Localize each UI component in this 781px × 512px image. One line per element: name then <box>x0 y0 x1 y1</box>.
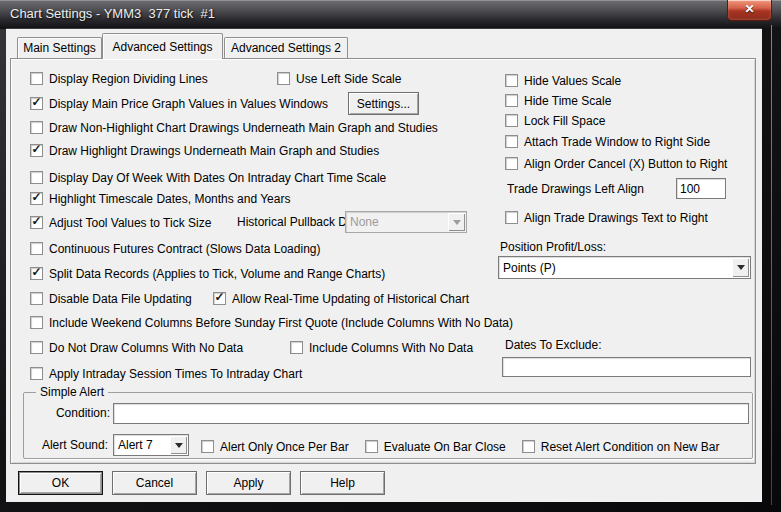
close-icon: ✕ <box>744 2 754 16</box>
checkbox-highlight-timescale-dates[interactable]: ✓ Highlight Timescale Dates, Months and … <box>30 191 290 206</box>
checkbox-align-order-cancel-button[interactable]: ✓ Align Order Cancel (X) Button to Right <box>505 156 727 171</box>
checkbox-disable-data-file-updating[interactable]: ✓ Disable Data File Updating <box>30 291 192 306</box>
checkbox-box: ✓ <box>30 216 43 229</box>
select-value: Points (P) <box>503 261 556 275</box>
checkbox-box: ✓ <box>505 211 518 224</box>
checkbox-alert-only-once-per-bar[interactable]: ✓ Alert Only Once Per Bar <box>201 439 349 454</box>
checkbox-display-region-dividing-lines[interactable]: ✓ Display Region Dividing Lines <box>30 71 208 86</box>
checkbox-label: Adjust Tool Values to Tick Size <box>49 216 211 230</box>
checkbox-label: Attach Trade Window to Right Side <box>524 135 710 149</box>
checkbox-box: ✓ <box>30 121 43 134</box>
dates-to-exclude-input[interactable] <box>502 357 751 377</box>
checkbox-box: ✓ <box>30 97 43 110</box>
settings-button[interactable]: Settings... <box>348 92 419 115</box>
checkbox-allow-realtime-updating[interactable]: ✓ Allow Real-Time Updating of Historical… <box>213 291 469 306</box>
checkbox-draw-non-highlight-drawings[interactable]: ✓ Draw Non-Highlight Chart Drawings Unde… <box>30 120 438 135</box>
historical-pullback-select: None <box>345 211 467 233</box>
checkbox-label: Display Region Dividing Lines <box>49 72 208 86</box>
checkbox-use-left-side-scale[interactable]: ✓ Use Left Side Scale <box>277 71 401 86</box>
checkbox-label: Reset Alert Condition on New Bar <box>541 440 720 454</box>
chevron-down-icon <box>170 436 187 454</box>
checkbox-label: Include Weekend Columns Before Sunday Fi… <box>49 316 513 330</box>
trade-drawings-left-align-input[interactable] <box>676 178 726 199</box>
checkbox-box: ✓ <box>30 267 43 280</box>
checkbox-include-columns-no-data[interactable]: ✓ Include Columns With No Data <box>290 340 473 355</box>
checkbox-hide-values-scale[interactable]: ✓ Hide Values Scale <box>505 73 621 88</box>
checkbox-display-main-price-graph-values[interactable]: ✓ Display Main Price Graph Values in Val… <box>30 96 328 111</box>
apply-button[interactable]: Apply <box>206 471 291 495</box>
checkbox-label: Highlight Timescale Dates, Months and Ye… <box>49 192 290 206</box>
checkbox-include-weekend-columns[interactable]: ✓ Include Weekend Columns Before Sunday … <box>30 315 513 330</box>
checkbox-label: Evaluate On Bar Close <box>384 440 506 454</box>
condition-input[interactable] <box>113 403 749 424</box>
checkbox-box: ✓ <box>30 192 43 205</box>
checkbox-display-day-of-week[interactable]: ✓ Display Day Of Week With Dates On Intr… <box>30 170 386 185</box>
checkbox-split-data-records[interactable]: ✓ Split Data Records (Applies to Tick, V… <box>30 266 385 281</box>
checkbox-label: Draw Non-Highlight Chart Drawings Undern… <box>49 121 438 135</box>
ok-button[interactable]: OK <box>18 471 103 495</box>
checkbox-align-trade-drawings-text[interactable]: ✓ Align Trade Drawings Text to Right <box>505 210 708 225</box>
tab-advanced-settings[interactable]: Advanced Settings <box>102 33 223 59</box>
checkbox-box: ✓ <box>30 316 43 329</box>
checkbox-label: Lock Fill Space <box>524 114 605 128</box>
checkbox-box: ✓ <box>290 341 303 354</box>
tab-advanced-settings-2[interactable]: Advanced Settings 2 <box>224 37 348 58</box>
checkbox-box: ✓ <box>505 114 518 127</box>
checkbox-box: ✓ <box>30 171 43 184</box>
checkbox-box: ✓ <box>30 72 43 85</box>
check-icon: ✓ <box>30 142 43 156</box>
checkbox-attach-trade-window[interactable]: ✓ Attach Trade Window to Right Side <box>505 134 710 149</box>
checkbox-box: ✓ <box>30 144 43 157</box>
select-value: None <box>350 215 379 229</box>
checkbox-do-not-draw-columns[interactable]: ✓ Do Not Draw Columns With No Data <box>30 340 243 355</box>
dialog-client-area: Main Settings Advanced Settings Advanced… <box>6 29 762 502</box>
trade-drawings-left-align-label: Trade Drawings Left Align <box>507 182 644 197</box>
position-profit-loss-select[interactable]: Points (P) <box>498 256 751 279</box>
checkbox-box: ✓ <box>30 242 43 255</box>
checkbox-label: Hide Values Scale <box>524 74 621 88</box>
dates-to-exclude-label: Dates To Exclude: <box>505 338 602 353</box>
checkbox-box: ✓ <box>213 292 226 305</box>
checkbox-label: Continuous Futures Contract (Slows Data … <box>49 242 320 256</box>
alert-sound-select[interactable]: Alert 7 <box>113 434 189 456</box>
checkbox-label: Disable Data File Updating <box>49 292 192 306</box>
cancel-button[interactable]: Cancel <box>112 471 197 495</box>
checkbox-box: ✓ <box>505 157 518 170</box>
checkbox-continuous-futures-contract[interactable]: ✓ Continuous Futures Contract (Slows Dat… <box>30 241 320 256</box>
simple-alert-group: Simple Alert Condition: Alert Sound: Ale… <box>23 392 753 459</box>
checkbox-box: ✓ <box>505 94 518 107</box>
checkbox-label: Display Main Price Graph Values in Value… <box>49 97 328 111</box>
checkbox-apply-intraday-session-times[interactable]: ✓ Apply Intraday Session Times To Intrad… <box>30 366 302 381</box>
checkbox-box: ✓ <box>30 292 43 305</box>
chevron-down-icon <box>732 258 749 277</box>
tab-main-settings[interactable]: Main Settings <box>17 37 102 58</box>
checkbox-label: Apply Intraday Session Times To Intraday… <box>49 367 302 381</box>
checkbox-box: ✓ <box>522 440 535 453</box>
checkbox-label: Include Columns With No Data <box>309 341 473 355</box>
alert-sound-label: Alert Sound: <box>32 438 108 453</box>
checkbox-reset-alert-condition[interactable]: ✓ Reset Alert Condition on New Bar <box>522 439 720 454</box>
checkbox-label: Hide Time Scale <box>524 94 611 108</box>
checkbox-adjust-tool-values[interactable]: ✓ Adjust Tool Values to Tick Size <box>30 215 211 230</box>
checkbox-box: ✓ <box>505 74 518 87</box>
checkbox-box: ✓ <box>365 440 378 453</box>
checkbox-label: Use Left Side Scale <box>296 72 401 86</box>
window-edge-highlight <box>771 25 772 505</box>
window-title: Chart Settings - YMM3 377 tick #1 <box>10 0 215 28</box>
checkbox-label: Align Order Cancel (X) Button to Right <box>524 157 727 171</box>
checkbox-label: Align Trade Drawings Text to Right <box>524 211 708 225</box>
checkbox-evaluate-on-bar-close[interactable]: ✓ Evaluate On Bar Close <box>365 439 506 454</box>
check-icon: ✓ <box>30 214 43 228</box>
checkbox-label: Alert Only Once Per Bar <box>220 440 349 454</box>
checkbox-draw-highlight-drawings[interactable]: ✓ Draw Highlight Drawings Underneath Mai… <box>30 143 379 158</box>
close-button[interactable]: ✕ <box>727 0 772 21</box>
checkbox-hide-time-scale[interactable]: ✓ Hide Time Scale <box>505 93 611 108</box>
chevron-down-icon <box>448 213 465 231</box>
help-button[interactable]: Help <box>300 471 385 495</box>
checkbox-label: Allow Real-Time Updating of Historical C… <box>232 292 469 306</box>
check-icon: ✓ <box>213 290 226 304</box>
checkbox-lock-fill-space[interactable]: ✓ Lock Fill Space <box>505 113 605 128</box>
check-icon: ✓ <box>30 265 43 279</box>
check-icon: ✓ <box>30 95 43 109</box>
check-icon: ✓ <box>30 190 43 204</box>
